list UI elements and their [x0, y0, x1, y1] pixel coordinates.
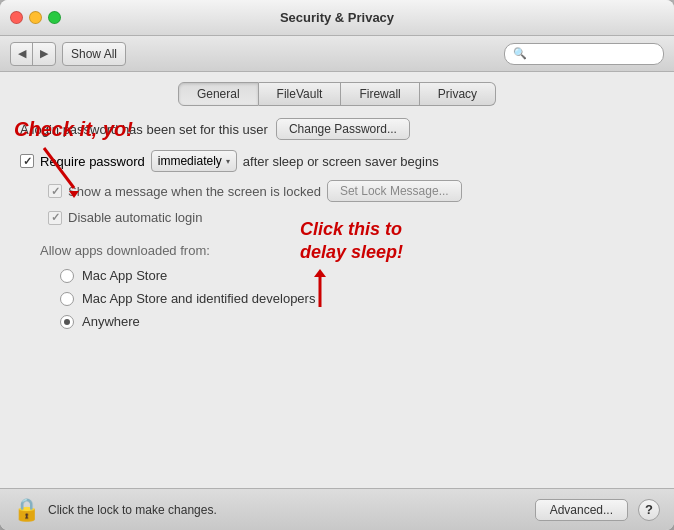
disable-login-checkbox[interactable] [48, 211, 62, 225]
show-all-button[interactable]: Show All [62, 42, 126, 66]
set-lock-message-button[interactable]: Set Lock Message... [327, 180, 462, 202]
radio-identified-developers-button[interactable] [60, 292, 74, 306]
panel-wrapper: Check it, yo! Click this todelay sleep! [0, 118, 674, 488]
tab-privacy[interactable]: Privacy [420, 82, 496, 106]
radio-mac-app-store: Mac App Store [60, 268, 654, 283]
tab-firewall[interactable]: Firewall [341, 82, 419, 106]
dropdown-arrow-icon: ▾ [226, 157, 230, 166]
lock-text: Click the lock to make changes. [48, 503, 525, 517]
show-message-label: Show a message when the screen is locked [68, 184, 321, 199]
tabs: General FileVault Firewall Privacy [0, 82, 674, 106]
maximize-button[interactable] [48, 11, 61, 24]
titlebar: Security & Privacy [0, 0, 674, 36]
search-box: 🔍 [504, 43, 664, 65]
require-password-label: Require password [40, 154, 145, 169]
login-password-text: A login password has been set for this u… [20, 122, 268, 137]
require-password-checkbox[interactable] [20, 154, 34, 168]
advanced-button[interactable]: Advanced... [535, 499, 628, 521]
tab-general[interactable]: General [178, 82, 259, 106]
toolbar: ◀ ▶ Show All 🔍 [0, 36, 674, 72]
allow-apps-label: Allow apps downloaded from: [40, 243, 654, 258]
radio-mac-app-store-label: Mac App Store [82, 268, 167, 283]
radio-mac-app-store-button[interactable] [60, 269, 74, 283]
disable-login-label: Disable automatic login [68, 210, 202, 225]
tab-filevault[interactable]: FileVault [259, 82, 342, 106]
window-title: Security & Privacy [280, 10, 394, 25]
traffic-lights [10, 11, 61, 24]
radio-anywhere: Anywhere [60, 314, 654, 329]
password-timing-dropdown[interactable]: immediately ▾ [151, 150, 237, 172]
window: Security & Privacy ◀ ▶ Show All 🔍 Genera… [0, 0, 674, 530]
back-button[interactable]: ◀ [11, 43, 33, 65]
disable-login-row: Disable automatic login [48, 210, 654, 225]
show-message-row: Show a message when the screen is locked… [48, 180, 654, 202]
nav-arrows: ◀ ▶ [10, 42, 56, 66]
radio-anywhere-button[interactable] [60, 315, 74, 329]
help-button[interactable]: ? [638, 499, 660, 521]
show-message-checkbox[interactable] [48, 184, 62, 198]
lock-icon[interactable]: 🔒 [14, 496, 38, 524]
search-input[interactable] [531, 47, 655, 61]
forward-button[interactable]: ▶ [33, 43, 55, 65]
minimize-button[interactable] [29, 11, 42, 24]
allow-apps-section: Allow apps downloaded from: Mac App Stor… [20, 243, 654, 329]
bottom-bar: 🔒 Click the lock to make changes. Advanc… [0, 488, 674, 530]
panel: A login password has been set for this u… [0, 118, 674, 488]
content: General FileVault Firewall Privacy Check… [0, 72, 674, 488]
radio-identified-developers: Mac App Store and identified developers [60, 291, 654, 306]
login-password-row: A login password has been set for this u… [20, 118, 654, 140]
radio-anywhere-label: Anywhere [82, 314, 140, 329]
search-icon: 🔍 [513, 47, 527, 60]
require-password-row: Require password immediately ▾ after sle… [20, 150, 654, 172]
radio-identified-developers-label: Mac App Store and identified developers [82, 291, 315, 306]
dropdown-value: immediately [158, 154, 222, 168]
close-button[interactable] [10, 11, 23, 24]
change-password-button[interactable]: Change Password... [276, 118, 410, 140]
after-sleep-text: after sleep or screen saver begins [243, 154, 439, 169]
